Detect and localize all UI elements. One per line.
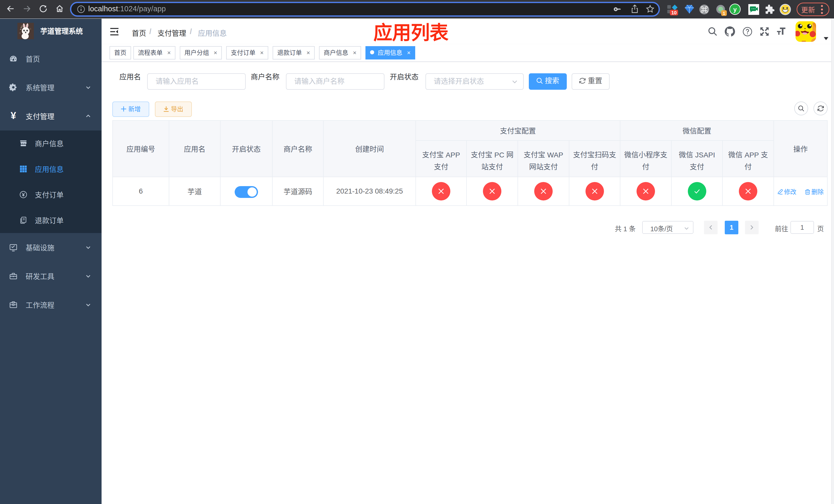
svg-text:1: 1 — [723, 11, 725, 16]
svg-text:y: y — [733, 6, 737, 13]
svg-text:10: 10 — [671, 10, 677, 15]
